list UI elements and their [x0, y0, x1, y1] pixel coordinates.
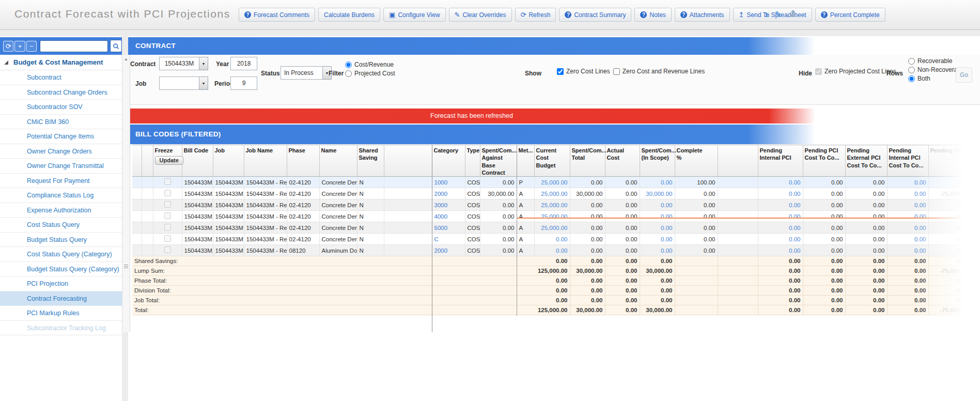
show-checkbox[interactable] [557, 68, 564, 75]
col-header-spent_against_base[interactable]: Spent/Com... Against Base Contract [480, 145, 517, 177]
refresh-button[interactable]: ⟳Refresh [515, 8, 556, 22]
filter-option[interactable]: Cost/Revenue [345, 61, 395, 68]
row-freeze-checkbox[interactable] [164, 178, 171, 185]
row-freeze-checkbox[interactable] [164, 212, 171, 219]
scroll-up-icon[interactable]: ▲ [122, 57, 130, 61]
col-header-complete_pct[interactable]: Complete % [675, 145, 718, 177]
sidebar-item-expense-authorization[interactable]: Expense Authorization [0, 203, 122, 218]
sidebar-item-contract-forecasting[interactable]: Contract Forecasting [0, 291, 122, 306]
user-icon[interactable] [788, 9, 798, 20]
percent-complete-button[interactable]: ?Percent Complete [815, 8, 885, 22]
sidebar-item-potential-change-items[interactable]: Potential Change Items [0, 129, 122, 144]
col-header-spent_in_scope[interactable]: Spent/Com... (In Scope) [640, 145, 675, 177]
col-header-met[interactable]: Met... [517, 145, 534, 177]
notes-button[interactable]: ?Notes [634, 8, 671, 22]
sidebar-item-pci-markup-rules[interactable]: PCI Markup Rules [0, 306, 122, 321]
filter-radio[interactable] [345, 70, 352, 77]
sidebar-item-subcontractor-sov[interactable]: Subcontractor SOV [0, 100, 122, 115]
col-header-pending_external_pci_cost_to_complete[interactable]: Pending External PCI Cost To Co... [845, 145, 887, 177]
sidebar-item-cost-status-query-category-[interactable]: Cost Status Query (Category) [0, 247, 122, 262]
sidebar-expand-button[interactable]: + [14, 41, 25, 52]
summary-cell-complete_pct [675, 296, 718, 305]
col-header-job_name[interactable]: Job Name [244, 145, 287, 177]
cell-pending_pci_cost_to_complete: 0.00 [803, 188, 845, 199]
row-freeze-checkbox[interactable] [164, 201, 171, 208]
category-link[interactable]: 3000 [434, 202, 448, 208]
sidebar-item-subcontract[interactable]: Subcontract [0, 70, 122, 85]
show-option[interactable]: Zero Cost Lines [557, 68, 610, 75]
sidebar-item-label: PCI Markup Rules [27, 310, 79, 317]
contract-select[interactable]: 1504433M ▼ [159, 57, 208, 70]
col-header-type[interactable]: Type [465, 145, 480, 177]
sidebar-item-budget-status-query-category-[interactable]: Budget Status Query (Category) [0, 262, 122, 277]
col-header-spent_total[interactable]: Spent/Com... Total [570, 145, 605, 177]
col-header-shared_saving[interactable]: Shared Saving [357, 145, 384, 177]
col-header-freeze[interactable]: FreezeUpdate [153, 145, 182, 177]
col-header-actual_cost[interactable]: Actual Cost [605, 145, 640, 177]
year-field[interactable]: 2018 [230, 57, 257, 70]
update-button[interactable]: Update [155, 156, 183, 165]
job-dropdown-icon[interactable]: ▼ [199, 76, 208, 90]
sidebar-item-budget-status-query[interactable]: Budget Status Query [0, 233, 122, 248]
category-link[interactable]: 4000 [434, 213, 448, 220]
row-freeze-checkbox[interactable] [164, 224, 171, 230]
job-select[interactable]: ▼ [159, 76, 208, 90]
row-freeze-checkbox[interactable] [164, 190, 171, 196]
sidebar-item-request-for-payment[interactable]: Request For Payment [0, 174, 122, 189]
category-link[interactable]: C [434, 236, 439, 242]
sidebar-item-pci-projection[interactable]: PCI Projection [0, 276, 122, 291]
col-header-job[interactable]: Job [213, 145, 244, 177]
rows-option[interactable]: Recoverable [908, 57, 966, 65]
sidebar-item-subcontract-change-orders[interactable]: Subcontract Change Orders [0, 85, 122, 100]
rows-radio[interactable] [908, 58, 915, 65]
cell-phase: 02-4120 [287, 199, 319, 211]
col-header-pending_pci_cost_to_complete[interactable]: Pending PCI Cost To Co... [803, 145, 845, 177]
period-field[interactable]: 9 [230, 76, 257, 90]
calculate-burdens-button[interactable]: Calculate Burdens [318, 8, 380, 22]
splitter-scrollbar[interactable]: ▲ [122, 55, 130, 332]
go-button[interactable]: Go [956, 67, 972, 83]
summary-cell-complete_pct [675, 256, 718, 266]
sidebar-refresh-button[interactable]: ⟳ [3, 41, 13, 52]
category-link[interactable]: 1000 [434, 179, 448, 186]
hide-checkbox[interactable] [815, 68, 822, 75]
sidebar-item-owner-change-orders[interactable]: Owner Change Orders [0, 144, 122, 159]
col-header-pending_internal_pci[interactable]: Pending Internal PCI [758, 145, 803, 177]
row-freeze-checkbox[interactable] [164, 246, 171, 253]
show-option[interactable]: Zero Cost and Revenue Lines [613, 68, 705, 75]
sidebar-search-input[interactable] [40, 40, 108, 52]
status-select[interactable]: In Process ▼ [281, 66, 332, 80]
show-checkbox[interactable] [613, 68, 620, 75]
col-header-category[interactable]: Category [432, 145, 465, 177]
forecast-comments-button[interactable]: ?Forecast Comments [239, 8, 315, 22]
search-icon[interactable] [110, 40, 122, 52]
configure-view-button[interactable]: ▣Configure View [383, 8, 445, 22]
col-header-current_cost_budget[interactable]: Current Cost Budget [534, 145, 570, 177]
category-link[interactable]: 2000 [434, 191, 448, 197]
rows-radio[interactable] [908, 75, 915, 82]
sidebar-collapse-button[interactable]: − [26, 41, 37, 52]
chevron-right-icon[interactable]: › [765, 8, 768, 21]
attachments-button[interactable]: ?Attachments [675, 8, 730, 22]
sidebar-item-compliance-status-log[interactable]: Compliance Status Log [0, 188, 122, 203]
sidebar-item-budget-cost-management[interactable]: Budget & Cost Management [0, 55, 122, 70]
sidebar-item-cost-status-query[interactable]: Cost Status Query [0, 218, 122, 233]
col-header-bill_code[interactable]: Bill Code [182, 145, 213, 177]
compose-icon[interactable]: ✎ [774, 9, 782, 20]
filter-option[interactable]: Projected Cost [345, 70, 395, 77]
contract-summary-button[interactable]: ?Contract Summary [559, 8, 631, 22]
sidebar-item-cmic-bim-360[interactable]: CMiC BIM 360 [0, 115, 122, 130]
category-link[interactable]: 2000 [434, 248, 448, 254]
rows-radio[interactable] [908, 67, 915, 73]
filter-radio[interactable] [345, 61, 352, 68]
category-link[interactable]: 5000 [434, 225, 448, 231]
splitter-grip-icon[interactable] [124, 264, 128, 269]
hide-option[interactable]: Zero Projected Cost Lines [815, 68, 896, 75]
col-header-name[interactable]: Name [319, 145, 357, 177]
clear-overrides-button[interactable]: ✎Clear Overrides [449, 8, 512, 22]
row-freeze-checkbox[interactable] [164, 235, 171, 242]
col-header-phase[interactable]: Phase [287, 145, 319, 177]
contract-dropdown-icon[interactable]: ▼ [199, 57, 208, 70]
sidebar-item-owner-change-transmittal[interactable]: Owner Change Transmittal [0, 159, 122, 174]
cell-current_cost_budget: 0.00 [534, 234, 570, 245]
